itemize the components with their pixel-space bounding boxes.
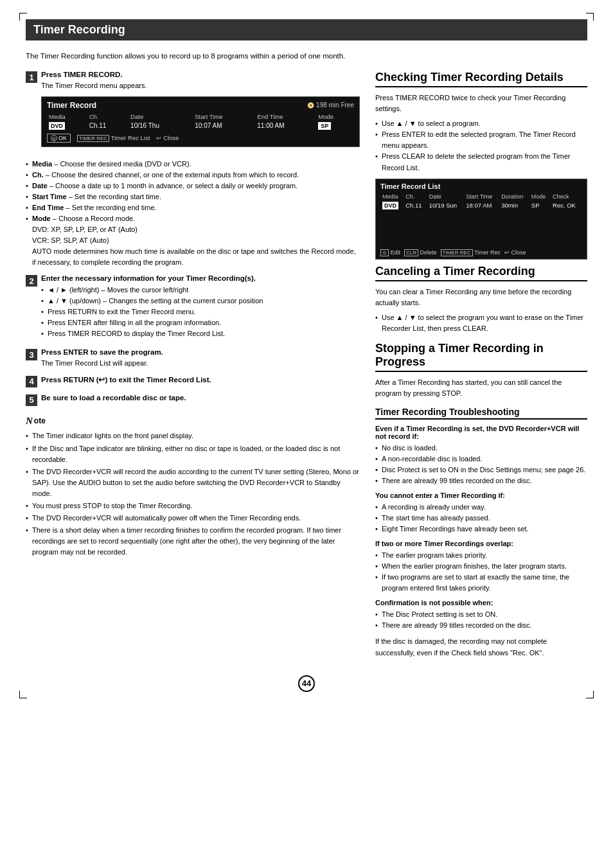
troubleshoot-sub-3: If two or more Timer Recordings overlap: [375,540,587,547]
troubleshoot-sub-4: Confirmation is not possible when: [375,599,587,607]
field-start: Start Time – Set the recording start tim… [26,191,360,202]
corner-mark-br [586,691,594,698]
step-4: 4 Press RETURN (↩) to exit the Timer Rec… [26,375,360,387]
note-bullet-5: The DVD Recorder+VCR will automatically … [26,513,360,524]
timer-list-data-row: DVD Ch.11 10/19 Sun 18:07 AM 30min SP Re… [380,200,582,211]
tl-col-media: Media [380,193,404,200]
troubleshoot-footer: If the disc is damaged, the recording ma… [375,636,587,658]
tl-col-mode: Mode [529,193,551,200]
note-bullets: The Timer indicator lights on the front … [26,430,360,558]
ts2-bullet-3: Eight Timer Recordings have already been… [375,524,587,535]
ts3-bullet-1: The earlier program takes priority. [375,550,587,561]
timer-box-title: Timer Record [47,101,96,110]
close-label: ↩ Close [156,134,179,141]
timer-box-tbody: DVD Ch.11 10/16 Thu 10:07 AM 11:00 AM SP [47,121,354,131]
timer-box-header-row: Media Ch. Date Start Time End Time Mode [47,112,354,121]
tl-col-date: Date [427,193,465,200]
tl-cell-mode: SP [529,200,551,211]
troubleshoot-heading: Timer Recording Troubleshooting [375,407,587,420]
troubleshoot-sub-1: Even if a Timer Recording is set, the DV… [375,425,587,440]
canceling-bullets: Use ▲ / ▼ to select the program you want… [375,312,587,334]
canceling-intro: You can clear a Timer Recording any time… [375,287,587,308]
timer-box-footer: ⊙ OK TIMER REC Timer Rec List ↩ Close [47,134,354,143]
col-media: Media [47,112,87,121]
troubleshoot-bullets-2: A recording is already under way. The st… [375,502,587,535]
checking-intro: Press TIMER RECORD twice to check your T… [375,93,587,114]
circle-icon: ⊙ [51,135,57,141]
step-5-content: Be sure to load a recordable disc or tap… [41,394,360,403]
left-column: 1 Press TIMER RECORD. The Timer Record m… [26,71,360,662]
page-title: Timer Recording [26,19,587,40]
note-bullet-1: The Timer indicator lights on the front … [26,430,360,441]
timer-list-title: Timer Record List [380,182,582,190]
ok-btn[interactable]: ⊙ OK [47,134,71,143]
step-num-1: 1 [26,71,37,83]
step-5-title: Be sure to load a recordable disc or tap… [41,394,360,402]
cell-ch: Ch.11 [87,121,129,131]
step-2-title: Enter the necessary information for your… [41,274,360,282]
page-number-container: 44 [26,675,587,692]
ts4-bullet-2: There are already 99 titles recorded on … [375,620,587,631]
cell-media: DVD [47,121,87,131]
step-1-title: Press TIMER RECORD. [41,71,360,78]
col-mode: Mode [316,112,354,121]
step-3-title: Press ENTER to save the program. [41,348,360,356]
tl-col-ch: Ch. [404,193,427,200]
ts1-bullet-1: No disc is loaded. [375,443,587,454]
timer-box-header: Timer Record 📀 198 min Free [47,101,354,110]
step-3-body: The Timer Record List will appear. [41,358,360,369]
ts3-bullet-2: When the earlier program finishes, the l… [375,561,587,572]
ts1-bullet-2: A non-recordable disc is loaded. [375,454,587,465]
note-bullet-3: The DVD Recorder+VCR will record the aud… [26,466,360,499]
corner-mark-bl [19,691,27,698]
step-4-title: Press RETURN (↩) to exit the Timer Recor… [41,375,360,384]
tl-empty-row-3 [380,229,582,238]
checking-bullet-2: Press ENTER to edit the selected program… [375,129,587,151]
troubleshoot-bullets-3: The earlier program takes priority. When… [375,550,587,594]
intro-text: The Timer Recording function allows you … [26,51,587,62]
page-container: Timer Recording The Timer Recording func… [26,19,587,692]
timer-rec-list-label: TIMER REC Timer Rec List [77,134,150,141]
step-5: 5 Be sure to load a recordable disc or t… [26,394,360,406]
step-2-bullet-2: ▲ / ▼ (up/down) – Changes the setting at… [41,296,360,306]
checking-bullet-1: Use ▲ / ▼ to select a program. [375,118,587,129]
timer-list-tbody: DVD Ch.11 10/19 Sun 18:07 AM 30min SP Re… [380,200,582,247]
stopping-intro: After a Timer Recording has started, you… [375,377,587,399]
canceling-bullet-1: Use ▲ / ▼ to select the program you want… [375,312,587,334]
step-3: 3 Press ENTER to save the program. The T… [26,348,360,369]
col-end: End Time [255,112,316,121]
tl-col-check: Check [551,193,582,200]
step-1-body: The Timer Record menu appears. [41,80,360,91]
troubleshoot-bullets-4: The Disc Protect setting is set to ON. T… [375,609,587,631]
checking-bullet-3: Press CLEAR to delete the selected progr… [375,151,587,173]
page-number: 44 [298,675,315,692]
ts4-bullet-1: The Disc Protect setting is set to ON. [375,609,587,620]
step-2-bullet-4: Press ENTER after filling in all the pro… [41,317,360,328]
col-date: Date [129,112,193,121]
checking-section-heading: Checking Timer Recording Details [375,71,587,87]
right-column: Checking Timer Recording Details Press T… [375,71,587,662]
step-1-content: Press TIMER RECORD. The Timer Record men… [41,71,360,152]
two-column-layout: 1 Press TIMER RECORD. The Timer Record m… [26,71,587,662]
step-2: 2 Enter the necessary information for yo… [26,274,360,342]
field-media: Media – Choose the desired media (DVD or… [26,159,360,170]
timer-record-list-box: Timer Record List Media Ch. Date Start T… [375,179,587,260]
ts2-bullet-1: A recording is already under way. [375,502,587,513]
ts3-bullet-3: If two programs are set to start at exac… [375,572,587,594]
corner-mark-tr [586,13,594,21]
field-end: End Time – Set the recording end time. [26,202,360,213]
tl-cell-check: Rec. OK [551,200,582,211]
tl-cell-duration: 30min [499,200,529,211]
step-num-3: 3 [26,349,37,360]
step-2-bullets: ◄ / ► (left/right) – Moves the cursor le… [41,285,360,339]
timer-list-thead: Media Ch. Date Start Time Duration Mode … [380,193,582,200]
timer-list-header-row: Media Ch. Date Start Time Duration Mode … [380,193,582,200]
field-date: Date – Choose a date up to 1 month in ad… [26,181,360,191]
timer-box-data-row: DVD Ch.11 10/16 Thu 10:07 AM 11:00 AM SP [47,121,354,131]
timer-box-thead: Media Ch. Date Start Time End Time Mode [47,112,354,121]
corner-mark-tl [19,13,27,21]
tl-footer-edit: ⊙ Edit [380,249,400,256]
field-mode: Mode – Choose a Record mode.DVD: XP, SP,… [26,213,360,268]
field-ch: Ch. – Choose the desired channel, or one… [26,170,360,181]
stopping-section-heading: Stopping a Timer Recording in Progress [375,342,587,372]
